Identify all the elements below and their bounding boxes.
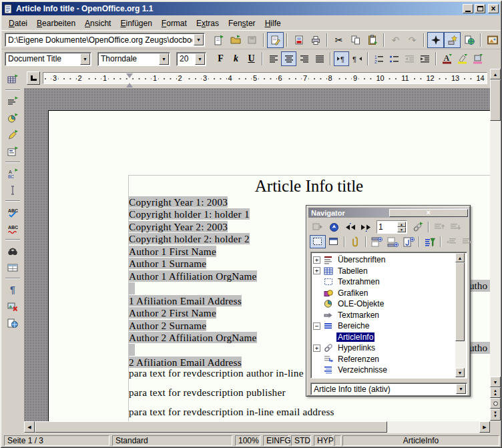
tree-item-label[interactable]: Bereiche xyxy=(336,321,370,330)
scroll-up-icon[interactable]: ▲ xyxy=(490,69,501,79)
navigator-document-combobox[interactable]: ▼ xyxy=(310,383,467,395)
hyperlink-dialog-button[interactable] xyxy=(461,32,477,48)
tree-item-articleinfo[interactable]: ArticleInfo xyxy=(311,332,467,343)
status-zoom[interactable]: 100% xyxy=(235,435,260,446)
nonprinting-characters-button[interactable]: ¶ xyxy=(3,281,22,298)
autotext-button[interactable]: ABC xyxy=(3,165,22,182)
right-to-left-button[interactable]: ¶ xyxy=(349,51,364,66)
doc-field-line[interactable]: Copyright Year 2: 2003 xyxy=(129,221,228,234)
navigator-title-bar[interactable]: Navigator × xyxy=(308,208,469,218)
font-size-input[interactable] xyxy=(178,53,194,65)
horizontal-scroll-thumb[interactable] xyxy=(35,421,387,433)
tree-item-label[interactable]: OLE-Objekte xyxy=(336,299,385,308)
spinner-down-icon[interactable]: ▼ xyxy=(397,227,406,232)
tree-item-referenzen[interactable]: Referenzen xyxy=(311,354,467,365)
bullet-list-button[interactable] xyxy=(387,51,402,66)
font-size-combobox[interactable]: ▼ xyxy=(176,52,206,66)
page-number-spinner[interactable]: ▲ ▼ xyxy=(376,220,407,234)
menu-hilfe[interactable]: Hilfe xyxy=(260,17,286,29)
document-title-text[interactable]: Article Info title xyxy=(129,177,489,196)
header-button[interactable] xyxy=(368,235,385,248)
save-button[interactable] xyxy=(244,32,260,48)
tree-item--berschriften[interactable]: +Überschriften xyxy=(311,254,467,266)
font-color-button[interactable]: A xyxy=(439,51,455,66)
navigator-window[interactable]: Navigator × ▲ ▼ xyxy=(306,205,471,397)
open-button[interactable] xyxy=(227,32,244,48)
tree-item-label[interactable]: Verzeichnisse xyxy=(336,365,389,375)
graphics-on-off-button[interactable] xyxy=(3,298,22,314)
tree-scrollbar[interactable]: ▲ ▼ xyxy=(455,253,466,377)
tree-item-label[interactable]: Tabellen xyxy=(336,266,369,276)
horizontal-ruler[interactable]: 3211234567891011121314 xyxy=(43,72,487,84)
paragraph-style-input[interactable] xyxy=(7,53,79,65)
close-button[interactable]: × xyxy=(488,4,499,13)
menu-bearbeiten[interactable]: Bearbeiten xyxy=(32,17,80,29)
expand-icon[interactable]: + xyxy=(313,345,320,352)
align-center-button[interactable] xyxy=(281,51,296,66)
navigator-button[interactable] xyxy=(427,32,444,48)
content-view-button[interactable] xyxy=(310,235,326,248)
previous-page-button[interactable]: ▲▲ xyxy=(490,387,501,398)
collapse-icon[interactable]: − xyxy=(313,322,320,330)
data-sources-button[interactable] xyxy=(3,259,22,276)
status-hyperlink-mode[interactable]: HYP xyxy=(314,435,332,446)
bold-button[interactable]: F xyxy=(213,51,228,66)
anchor-text-button[interactable] xyxy=(401,235,417,248)
url-input[interactable] xyxy=(7,34,192,45)
navigation-dot-button[interactable] xyxy=(490,398,501,409)
align-right-button[interactable] xyxy=(296,51,312,66)
previous-button[interactable] xyxy=(342,220,358,234)
url-dropdown-arrow-icon[interactable]: ▼ xyxy=(194,34,204,45)
auto-spellcheck-button[interactable]: ABC xyxy=(3,220,22,237)
tree-item-tabellen[interactable]: +Tabellen xyxy=(311,266,467,277)
stylist-button[interactable] xyxy=(444,32,461,48)
doc-paragraph[interactable]: para text for revdescription in-line ema… xyxy=(129,406,334,419)
gallery-button[interactable] xyxy=(484,32,501,48)
vertical-scrollbar[interactable]: ▲ ▼ ▲▲ ▼▼ xyxy=(490,69,501,421)
redo-button[interactable]: ↷ xyxy=(404,32,421,48)
doc-field-line[interactable]: Author 1 Surname xyxy=(129,258,206,270)
align-left-button[interactable] xyxy=(266,51,281,66)
tree-item-label[interactable]: Referenzen xyxy=(336,355,381,364)
numbered-list-button[interactable]: 12 xyxy=(371,51,387,66)
navigator-doc-dropdown-icon[interactable]: ▼ xyxy=(456,384,466,394)
scroll-down-icon[interactable]: ▼ xyxy=(490,377,501,387)
indent-marker[interactable] xyxy=(126,73,134,83)
decrease-indent-button[interactable] xyxy=(402,51,417,66)
undo-button[interactable]: ↶ xyxy=(387,32,404,48)
doc-field-line[interactable]: Author 2 First Name xyxy=(129,307,216,320)
style-dropdown-arrow-icon[interactable]: ▼ xyxy=(80,53,90,65)
tree-scroll-up-icon[interactable]: ▲ xyxy=(455,253,465,262)
font-name-combobox[interactable]: ▼ xyxy=(97,52,170,66)
tree-scroll-down-icon[interactable]: ▼ xyxy=(455,368,465,377)
new-document-button[interactable] xyxy=(210,32,227,48)
drag-mode-button[interactable] xyxy=(410,220,426,234)
status-selection-mode[interactable]: STD xyxy=(291,435,311,446)
find-replace-button[interactable] xyxy=(3,242,22,259)
navigation-button[interactable] xyxy=(326,220,342,234)
promote-chapter-button[interactable] xyxy=(431,220,447,234)
status-page-style[interactable]: Standard xyxy=(112,435,232,446)
font-dropdown-arrow-icon[interactable]: ▼ xyxy=(159,53,169,65)
minimize-button[interactable] xyxy=(463,4,473,13)
tree-item-label[interactable]: ArticleInfo xyxy=(336,332,374,342)
cut-button[interactable]: ✂ xyxy=(330,32,347,48)
left-to-right-button[interactable]: ¶ xyxy=(334,51,349,66)
tree-item-label[interactable]: Überschriften xyxy=(336,255,387,264)
demote-chapter-button[interactable] xyxy=(447,220,463,234)
tree-item-label[interactable]: Hyperlinks xyxy=(336,343,376,353)
scroll-left-icon[interactable]: ◀ xyxy=(24,421,35,433)
tree-item-bereiche[interactable]: −Bereiche xyxy=(311,320,467,332)
print-button[interactable] xyxy=(307,32,324,48)
tree-scroll-thumb[interactable] xyxy=(455,262,465,341)
tree-item-textmarken[interactable]: Textmarken xyxy=(311,310,467,321)
highlighting-button[interactable] xyxy=(455,51,470,66)
tree-item-verzeichnisse[interactable]: Verzeichnisse xyxy=(311,365,467,376)
doc-paragraph[interactable]: para text for revdescription publisher xyxy=(129,387,286,399)
paste-button[interactable] xyxy=(364,32,381,48)
page-number-input[interactable] xyxy=(379,222,396,232)
scroll-right-icon[interactable]: ▶ xyxy=(479,421,490,433)
online-layout-button[interactable] xyxy=(3,314,22,331)
direct-cursor-button[interactable] xyxy=(3,182,22,198)
export-pdf-button[interactable] xyxy=(290,32,307,48)
